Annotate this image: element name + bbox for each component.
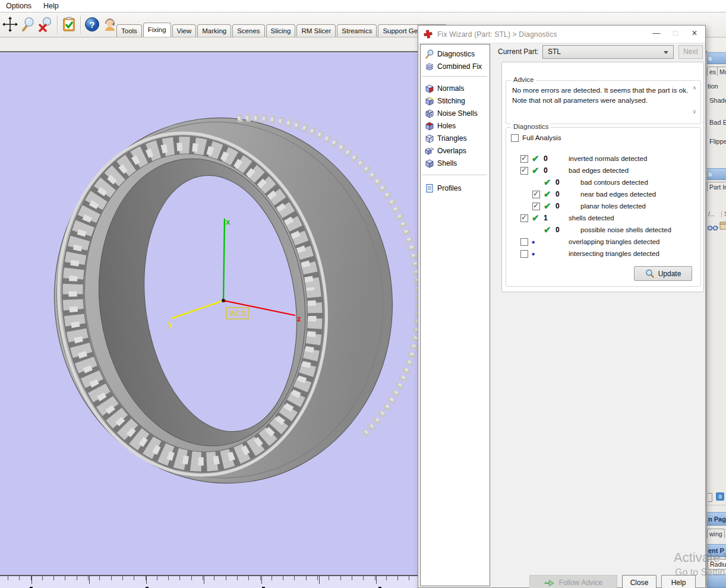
row-count: 1 — [544, 214, 552, 222]
bad-edges-label-fragment[interactable]: Bad Ed — [709, 119, 726, 126]
close-window-button[interactable]: × — [685, 26, 704, 42]
row-label: bad edges detected — [569, 167, 629, 174]
part-info-tab-fragment[interactable]: Part In — [707, 182, 726, 191]
sidebar-item-holes[interactable]: Holes — [424, 119, 488, 132]
zoom-cancel-icon[interactable] — [37, 15, 55, 33]
pages-header-fragment[interactable]: ent P — [707, 544, 726, 557]
sidebar-item-stitching[interactable]: Stitching — [424, 94, 488, 107]
follow-advice-button[interactable]: Follow Advice — [529, 575, 617, 588]
diag-row-bad-edges: ✔ 0 bad edges detected — [506, 165, 700, 176]
maximize-button[interactable]: □ — [666, 26, 685, 42]
menu-options[interactable]: Options — [0, 0, 37, 12]
cubes-overlap-icon — [424, 146, 435, 156]
drawing-tab-fragment[interactable]: wing — [707, 529, 725, 538]
pages-header-fragment[interactable]: n Page — [707, 512, 726, 526]
advice-text-line: Note that not all parameters were analys… — [512, 96, 648, 105]
current-part-value: STL — [548, 48, 561, 56]
diag-row-near-bad-edges: ✔ 0 near bad edges detected — [506, 188, 700, 200]
group-label-fragment: tion — [708, 83, 718, 90]
menu-help[interactable]: Help — [37, 0, 65, 12]
row-checkbox[interactable] — [520, 214, 528, 222]
diagnostics-rows: ✔ 0 inverted normals detected ✔ 0 bad ed… — [506, 153, 700, 260]
tab-view[interactable]: View — [172, 24, 197, 37]
panel-tab-fragment[interactable]: Mu — [717, 67, 726, 76]
ring-model: x z y WCS — [0, 52, 418, 588]
current-part-label: Current Part: — [498, 48, 539, 56]
layers-icon — [424, 62, 435, 71]
wizard-sidebar: Diagnostics Combined Fix — [420, 44, 490, 586]
row-count: 0 — [555, 178, 564, 186]
sidebar-item-label: Stitching — [437, 97, 465, 105]
sidebar-item-combined-fix[interactable]: Combined Fix — [424, 60, 488, 72]
tab-fixing[interactable]: Fixing — [143, 23, 171, 37]
menu-bar: Options Help — [0, 0, 726, 12]
flipped-label-fragment[interactable]: Flipped — [709, 138, 726, 145]
sidebar-item-overlaps[interactable]: Overlaps — [424, 144, 488, 157]
viewport-3d[interactable]: x z y WCS — [0, 52, 418, 588]
box-icon[interactable] — [719, 222, 726, 232]
axis-z-label: z — [297, 314, 301, 323]
row-checkbox[interactable] — [520, 250, 528, 258]
zoom-icon[interactable] — [19, 15, 37, 33]
update-button[interactable]: Update — [634, 266, 692, 281]
scroll-down-icon[interactable]: ∨ — [690, 108, 699, 115]
dialog-titlebar[interactable]: Fix Wizard (Part: STL) > Diagnostics — □… — [418, 26, 705, 43]
help-button[interactable]: Help — [661, 575, 696, 588]
row-label: bad contours detected — [580, 179, 648, 186]
check-icon: ✔ — [544, 190, 555, 198]
panel-header-fragment[interactable]: s — [707, 168, 726, 180]
dialog-title: Fix Wizard (Part: STL) > Diagnostics — [437, 30, 557, 39]
row-checkbox[interactable] — [532, 203, 540, 210]
diagnostics-group-title: Diagnostics — [511, 123, 551, 130]
row-count: 0 — [555, 226, 564, 234]
mini-text-fragment: /... — [708, 211, 715, 217]
diagnostics-group: Diagnostics Full Analysis ✔ 0 inverted n… — [506, 127, 701, 287]
panel-header-fragment[interactable]: s — [707, 52, 726, 64]
tab-slicing[interactable]: Slicing — [266, 24, 296, 37]
full-analysis-label: Full Analysis — [522, 134, 561, 142]
sidebar-item-normals[interactable]: Normals — [424, 82, 488, 94]
bullet-icon: • — [532, 249, 544, 259]
document-icon — [424, 184, 435, 193]
scroll-up-icon[interactable]: ∧ — [690, 84, 699, 91]
verify-icon[interactable] — [60, 15, 78, 33]
sidebar-item-shells[interactable]: Shells — [424, 157, 488, 169]
glasses-icon[interactable] — [708, 223, 718, 233]
tab-scenes[interactable]: Scenes — [232, 24, 264, 37]
row-label: shells detected — [569, 214, 614, 222]
sidebar-item-label: Profiles — [437, 184, 462, 192]
tab-streamics[interactable]: Streamics — [337, 24, 377, 37]
close-button[interactable]: Close — [622, 575, 656, 588]
tab-rm-slicer[interactable]: RM Slicer — [296, 24, 336, 37]
panel-header-fragment — [707, 574, 726, 588]
sidebar-item-diagnostics[interactable]: Diagnostics — [424, 48, 488, 60]
row-count: 0 — [555, 202, 564, 210]
sidebar-item-profiles[interactable]: Profiles — [424, 182, 488, 194]
fix-wizard-dialog: Fix Wizard (Part: STL) > Diagnostics — □… — [418, 25, 706, 588]
radius-button-fragment[interactable]: Radius — [708, 559, 726, 570]
row-count: 0 — [544, 166, 552, 175]
ruler-major-ticks — [31, 576, 418, 584]
advice-group: Advice No more errors are detected. It s… — [506, 80, 701, 124]
row-checkbox[interactable] — [520, 167, 528, 175]
annotation-icon[interactable]: a — [716, 492, 724, 501]
minimize-button[interactable]: — — [647, 26, 666, 42]
magnifier-icon — [424, 49, 435, 59]
cube-icon — [424, 159, 435, 168]
full-analysis-checkbox[interactable] — [511, 134, 519, 142]
shade-label-fragment[interactable]: Shade — [709, 97, 726, 104]
current-part-select[interactable]: STL — [542, 45, 674, 59]
follow-advice-label: Follow Advice — [559, 578, 602, 587]
tab-marking[interactable]: Marking — [197, 24, 231, 37]
row-checkbox[interactable] — [532, 191, 540, 198]
next-button[interactable]: Next — [678, 45, 703, 59]
row-checkbox[interactable] — [520, 238, 528, 246]
pan-icon[interactable] — [1, 15, 19, 33]
diag-row-planar-holes: ✔ 0 planar holes detected — [506, 200, 700, 212]
help-icon[interactable]: ? — [83, 15, 101, 33]
sidebar-item-noise-shells[interactable]: Noise Shells — [424, 107, 488, 119]
row-checkbox[interactable] — [520, 155, 528, 163]
tab-tools[interactable]: Tools — [116, 24, 142, 37]
toolbar-divider — [57, 15, 58, 33]
sidebar-item-triangles[interactable]: Triangles — [424, 132, 488, 144]
